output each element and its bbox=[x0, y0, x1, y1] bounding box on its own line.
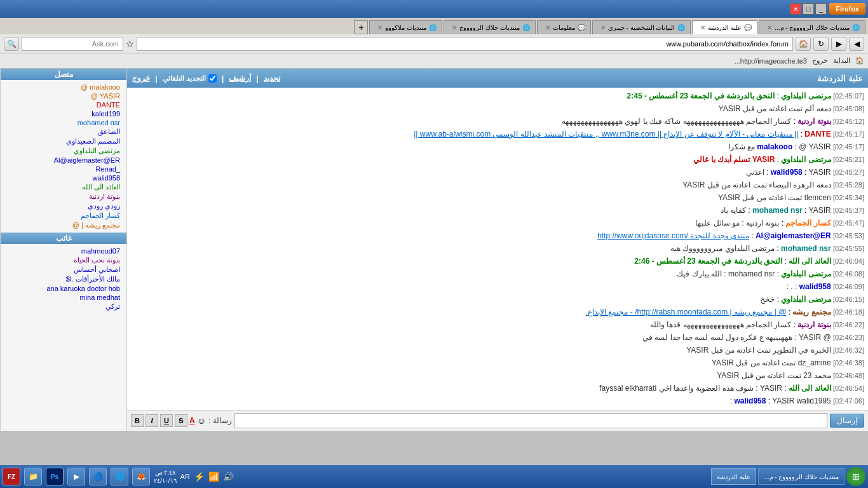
message-row: [02:47:06] walid958 : YASIR walid1995 : bbox=[131, 395, 864, 407]
message-user[interactable]: بنوتة اردنية bbox=[797, 117, 831, 126]
offline-user-item[interactable]: بنوتة تحب الحياة bbox=[4, 255, 123, 265]
message-row: [02:45:21] مرتضى البلداوي : YASIR تسلم أ… bbox=[131, 153, 864, 166]
refresh-button[interactable]: تجديد bbox=[264, 74, 280, 83]
tab-close-icon[interactable]: ✕ bbox=[767, 24, 772, 31]
reload-button[interactable]: ↻ bbox=[813, 37, 829, 51]
message-link[interactable]: || منتقيات معاني - الآلام لا تتوقف عن ال… bbox=[414, 130, 798, 139]
message-time: [02:45:47] bbox=[833, 219, 864, 227]
online-user-item[interactable]: مجتمع ريشه | @ bbox=[4, 220, 123, 230]
online-user-item[interactable]: kaled199 bbox=[4, 109, 123, 118]
message-user[interactable]: DANTE bbox=[804, 130, 831, 139]
offline-user-item[interactable]: ana karuoka doctor hob bbox=[4, 284, 123, 293]
message-user[interactable]: مرتضى البلداوي bbox=[781, 92, 831, 100]
online-user-item[interactable]: DANTE bbox=[4, 100, 123, 109]
message-user[interactable]: walid958 bbox=[771, 168, 803, 177]
underline-button[interactable]: U bbox=[160, 414, 173, 427]
online-user-item[interactable]: العائد الى الله bbox=[4, 182, 123, 192]
tab-close-icon[interactable]: ✕ bbox=[600, 24, 606, 31]
tab-close-icon[interactable]: ✕ bbox=[377, 24, 383, 31]
message-text: كسار الجماجم هههههههههههههههه شاكه فيك ي… bbox=[562, 117, 791, 126]
offline-user-item[interactable]: اصحابي أحساس bbox=[4, 265, 123, 274]
exit-button[interactable]: خروج bbox=[132, 74, 150, 83]
tab-close-icon[interactable]: ✕ bbox=[452, 24, 457, 31]
maximize-button[interactable]: □ bbox=[803, 3, 814, 15]
new-tab-button[interactable]: + bbox=[354, 20, 368, 34]
tab-tab2[interactable]: 💬علبة الدردشة✕ bbox=[692, 20, 757, 34]
minimize-button[interactable]: _ bbox=[815, 3, 827, 15]
close-button[interactable]: ✕ bbox=[790, 3, 801, 15]
online-user-item[interactable]: كسار الجماجم bbox=[4, 211, 123, 220]
tab-close-icon[interactable]: ✕ bbox=[545, 24, 550, 31]
bookmark-imagecache[interactable]: http://imagecache.te3... bbox=[735, 57, 807, 65]
tab-icon: 🌐 bbox=[852, 24, 860, 31]
tab-close-icon[interactable]: ✕ bbox=[700, 24, 705, 31]
strikethrough-button[interactable]: S bbox=[175, 414, 187, 427]
bookmark-star-icon[interactable]: ☆ bbox=[126, 39, 134, 49]
message-input[interactable] bbox=[234, 413, 827, 428]
offline-user-item[interactable]: mahmoud07 bbox=[4, 247, 123, 255]
tab-tab4[interactable]: 💬معلومات✕ bbox=[537, 20, 591, 34]
message-user[interactable]: mohamed nsr bbox=[752, 206, 803, 215]
tab-tab6[interactable]: 🌐منتديات ملاكووو✕ bbox=[369, 20, 442, 34]
online-user-item[interactable]: malakooo @ bbox=[4, 83, 123, 92]
message-user[interactable]: malakooo bbox=[757, 142, 792, 151]
message-user[interactable]: Al@aiglemaster@ER bbox=[756, 231, 831, 240]
online-user-item[interactable]: رودي رودي bbox=[4, 201, 123, 211]
url-input[interactable] bbox=[137, 37, 793, 51]
message-time: [02:46:32] bbox=[833, 346, 864, 354]
message-user[interactable]: العائد الى الله bbox=[789, 257, 831, 266]
online-user-item[interactable]: _Renad bbox=[4, 165, 123, 173]
message-row: [02:46:04] العائد الى الله : التحق بالدر… bbox=[131, 255, 864, 268]
bold-button[interactable]: B bbox=[131, 414, 144, 427]
offline-user-item[interactable]: تركي bbox=[4, 302, 123, 311]
message-user[interactable]: walid958 bbox=[734, 396, 766, 405]
online-user-item[interactable]: مرتضى البلداوي bbox=[4, 146, 123, 156]
search-input[interactable] bbox=[22, 37, 123, 51]
tabs-bar: 🌐منتديات حلاك الرووووج - م...✕💬علبة الدر… bbox=[0, 18, 868, 34]
online-user-item[interactable]: YASIR @ bbox=[4, 92, 123, 100]
online-user-item[interactable]: mohamed nsr bbox=[4, 118, 123, 127]
message-user[interactable]: مرتضى البلداوي bbox=[781, 269, 831, 278]
send-button[interactable]: إرسال bbox=[830, 414, 864, 428]
message-text: التحق بالدردشة في الجمعة 23 أغسطس - 2:45 bbox=[627, 92, 775, 100]
message-link[interactable]: @ | مجتمع ريشه | http://rabsh.moontada.c… bbox=[586, 308, 787, 316]
message-time: [02:45:53] bbox=[833, 232, 864, 240]
message-user[interactable]: بنوتة اردنية bbox=[797, 320, 831, 329]
message-user[interactable]: walid958 bbox=[799, 282, 831, 291]
online-user-item[interactable]: walid958 bbox=[4, 173, 123, 182]
tab-icon: 🌐 bbox=[429, 24, 437, 31]
offline-user-item[interactable]: mina medhat bbox=[4, 293, 123, 302]
tab-tab3[interactable]: 🌐البيانات الشخصية - جيبري✕ bbox=[592, 20, 691, 34]
message-user[interactable]: مرتضى البلداوي bbox=[781, 155, 831, 164]
message-user[interactable]: مجتمع ريشه bbox=[792, 308, 831, 316]
search-go-button[interactable]: 🔍 bbox=[4, 37, 19, 51]
message-user[interactable]: كسار الجماجم bbox=[785, 219, 831, 227]
message-user[interactable]: العائد الى الله bbox=[789, 384, 831, 393]
home-button[interactable]: 🏠 bbox=[796, 37, 811, 51]
back-button[interactable]: ◀ bbox=[849, 37, 864, 51]
color-button[interactable]: A bbox=[189, 416, 195, 425]
auto-refresh-checkbox[interactable] bbox=[208, 74, 217, 83]
offline-user-item[interactable]: مالك الأخترأقات .I$ bbox=[4, 274, 123, 284]
tab-tab5[interactable]: 🌐منتديات حلاك الرووووج✕ bbox=[444, 20, 536, 34]
online-user-item[interactable]: Al@aiglemaster@ER bbox=[4, 156, 123, 165]
bookmark-exit[interactable]: خروج bbox=[812, 57, 828, 65]
tab-tab1[interactable]: 🌐منتديات حلاك الرووووج - م...✕ bbox=[759, 20, 865, 34]
tab-label: معلومات bbox=[553, 24, 575, 31]
message-text: مرتضى البلداوي مبرووووووك هيه bbox=[670, 244, 775, 253]
forward-button[interactable]: ▶ bbox=[831, 37, 846, 51]
message-time: [02:46:15] bbox=[833, 295, 864, 303]
message-user[interactable]: مرتضى البلداوي bbox=[781, 295, 831, 304]
archive-button[interactable]: أرشيف bbox=[229, 74, 251, 83]
message-link[interactable]: منتدى وجدة للنجدة /http://www.oujdasose.… bbox=[597, 231, 749, 240]
emoji-button[interactable]: ☺ bbox=[197, 416, 206, 426]
chat-messages[interactable]: [02:45:07] مرتضى البلداوي : التحق بالدرد… bbox=[127, 88, 868, 410]
message-user[interactable]: mohamed nsr bbox=[781, 244, 831, 253]
firefox-menu-button[interactable]: Firefox bbox=[829, 3, 865, 15]
online-user-item[interactable]: بنوتة اردنية bbox=[4, 192, 123, 201]
online-user-item[interactable]: المصمم الصعيداوي bbox=[4, 137, 123, 146]
italic-button[interactable]: I bbox=[146, 414, 158, 427]
offline-users-section: mahmoud07بنوتة تحب الحياةاصحابي أحساسمال… bbox=[1, 244, 126, 314]
bookmark-home[interactable]: البداية bbox=[833, 57, 850, 65]
online-user-item[interactable]: الصاعق bbox=[4, 127, 123, 137]
